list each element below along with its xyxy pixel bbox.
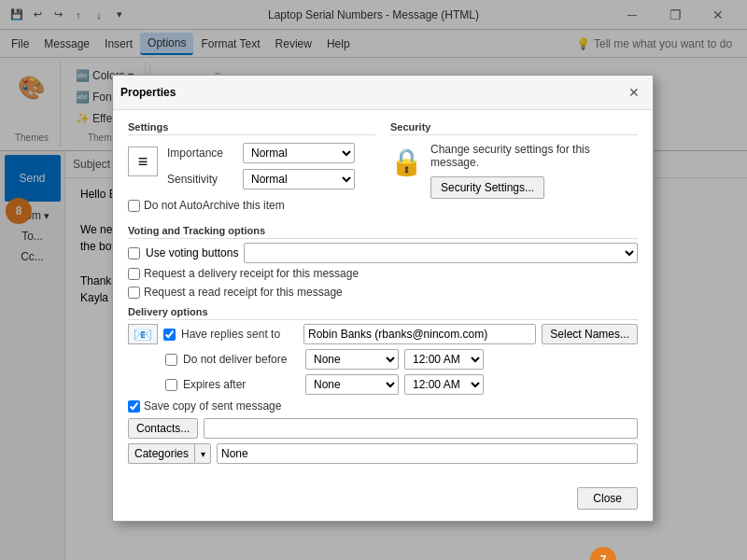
do-not-autoarchive-checkbox[interactable]: [128, 200, 140, 212]
dialog-top-sections: Settings ≡ Importance Normal High Low: [128, 121, 638, 217]
importance-row: Importance Normal High Low: [167, 143, 355, 163]
do-not-deliver-label[interactable]: Do not deliver before: [183, 353, 300, 366]
contacts-button[interactable]: Contacts...: [128, 418, 198, 439]
sensitivity-select[interactable]: Normal Personal Private Confidential: [243, 169, 355, 189]
sensitivity-row: Sensitivity Normal Personal Private Conf…: [167, 169, 355, 189]
contacts-row: Contacts...: [128, 418, 638, 439]
categories-input[interactable]: [217, 443, 638, 464]
do-not-autoarchive-row: Do not AutoArchive this item: [128, 199, 375, 212]
delivery-receipt-row: Request a delivery receipt for this mess…: [128, 267, 638, 280]
dialog-title: Properties: [120, 86, 176, 99]
voting-section-title: Voting and Tracking options: [128, 225, 638, 239]
have-replies-input[interactable]: [303, 324, 536, 344]
settings-fields: Importance Normal High Low Sensitivity N…: [167, 143, 355, 195]
have-replies-label[interactable]: Have replies sent to: [181, 328, 298, 341]
dialog-footer: Close: [113, 480, 653, 521]
delivery-icon: 📧: [128, 324, 158, 344]
settings-icon: ≡: [128, 147, 158, 176]
settings-section-title: Settings: [128, 121, 375, 135]
categories-row: Categories ▾: [128, 443, 638, 464]
security-icon: 🔒: [390, 147, 423, 177]
select-names-button[interactable]: Select Names...: [542, 324, 638, 344]
do-not-autoarchive-label[interactable]: Do not AutoArchive this item: [144, 199, 285, 212]
have-replies-checkbox[interactable]: [163, 329, 176, 341]
expires-after-date-select[interactable]: None: [305, 374, 399, 395]
security-header: 🔒 Change security settings for this mess…: [390, 143, 638, 199]
expires-after-row: Expires after None 12:00 AM: [128, 374, 638, 395]
dialog-title-bar: Properties ✕: [113, 76, 653, 110]
settings-section: Settings ≡ Importance Normal High Low: [128, 121, 375, 217]
importance-select[interactable]: Normal High Low: [243, 143, 355, 163]
categories-button[interactable]: Categories: [128, 443, 194, 464]
voting-buttons-row: Use voting buttons: [128, 243, 638, 263]
voting-select[interactable]: [244, 243, 638, 263]
do-not-deliver-time-select[interactable]: 12:00 AM: [404, 349, 484, 370]
dialog-footer-close-button[interactable]: Close: [577, 487, 638, 510]
save-copy-label[interactable]: Save copy of sent message: [144, 399, 281, 413]
contacts-input[interactable]: [204, 418, 638, 439]
dialog-close-button[interactable]: ✕: [623, 81, 645, 104]
expires-after-checkbox[interactable]: [165, 379, 177, 391]
security-content: Change security settings for this messag…: [430, 143, 638, 199]
use-voting-label[interactable]: Use voting buttons: [146, 246, 238, 259]
security-section: Security 🔒 Change security settings for …: [390, 121, 638, 217]
properties-dialog: Properties ✕ Settings ≡ Importance Norma…: [112, 75, 654, 522]
do-not-deliver-checkbox[interactable]: [165, 354, 177, 366]
read-receipt-label[interactable]: Request a read receipt for this message: [144, 286, 343, 299]
expires-after-label[interactable]: Expires after: [183, 378, 300, 391]
do-not-deliver-row: Do not deliver before None 12:00 AM: [128, 349, 638, 370]
read-receipt-checkbox[interactable]: [128, 287, 140, 299]
use-voting-checkbox[interactable]: [128, 247, 140, 259]
read-receipt-row: Request a read receipt for this message: [128, 286, 638, 299]
delivery-section-title: Delivery options: [128, 306, 638, 320]
security-description: Change security settings for this messag…: [430, 143, 638, 169]
expires-after-time-select[interactable]: 12:00 AM: [404, 374, 484, 395]
save-copy-row: Save copy of sent message: [128, 399, 638, 413]
delivery-receipt-label[interactable]: Request a delivery receipt for this mess…: [144, 267, 359, 280]
delivery-receipt-checkbox[interactable]: [128, 268, 140, 280]
importance-label: Importance: [167, 147, 237, 160]
dialog-body: Settings ≡ Importance Normal High Low: [113, 110, 653, 480]
have-replies-row: 📧 Have replies sent to Select Names...: [128, 324, 638, 344]
categories-dropdown-button[interactable]: ▾: [194, 443, 211, 464]
do-not-deliver-date-select[interactable]: None: [305, 349, 399, 370]
security-settings-button[interactable]: Security Settings...: [430, 176, 544, 199]
save-copy-checkbox[interactable]: [128, 400, 140, 413]
security-section-title: Security: [390, 121, 638, 135]
sensitivity-label: Sensitivity: [167, 173, 237, 186]
